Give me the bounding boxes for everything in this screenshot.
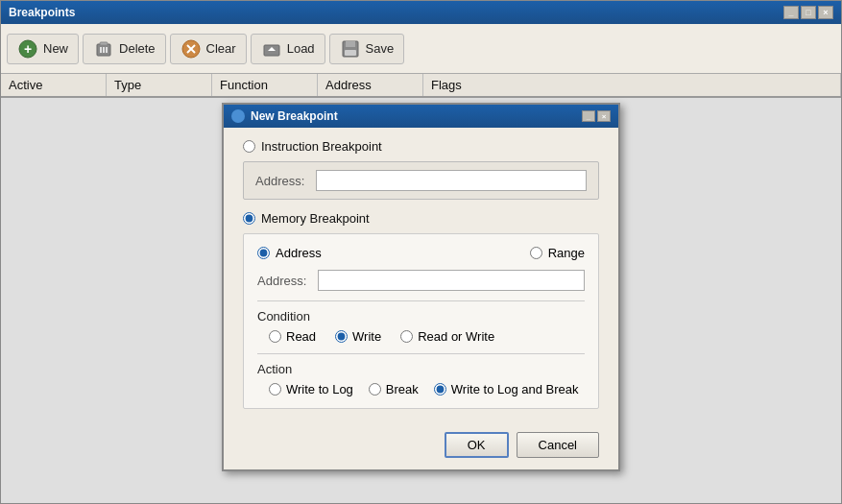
dialog-close-button[interactable]: × xyxy=(597,110,611,122)
address-range-row: Address Range xyxy=(257,246,585,260)
load-icon xyxy=(261,38,282,60)
delete-icon xyxy=(93,38,114,60)
new-label: New xyxy=(43,41,68,56)
delete-label: Delete xyxy=(119,41,156,56)
write-to-log-label[interactable]: Write to Log xyxy=(286,382,353,396)
minimize-button[interactable]: _ xyxy=(783,6,799,19)
ok-button[interactable]: OK xyxy=(445,432,509,458)
new-breakpoint-dialog: New Breakpoint _ × Instruction Breakpoin… xyxy=(222,103,620,471)
dialog-body: Instruction Breakpoint Address: Memory B… xyxy=(224,128,618,424)
write-to-log-option: Write to Log xyxy=(269,382,353,396)
load-label: Load xyxy=(287,41,315,56)
dialog-title-bar: New Breakpoint _ × xyxy=(224,105,618,128)
instruction-address-section: Address: xyxy=(243,161,599,200)
memory-address-row: Address: xyxy=(257,270,585,291)
save-label: Save xyxy=(366,41,395,56)
break-label[interactable]: Break xyxy=(386,382,419,396)
col-address: Address xyxy=(318,74,423,96)
divider-1 xyxy=(257,300,585,301)
save-icon xyxy=(340,38,361,60)
maximize-button[interactable]: □ xyxy=(801,6,816,19)
write-to-log-and-break-option: Write to Log and Break xyxy=(434,382,579,396)
read-or-write-label[interactable]: Read or Write xyxy=(418,329,494,344)
close-button[interactable]: × xyxy=(818,6,833,19)
content-area: New Breakpoint _ × Instruction Breakpoin… xyxy=(1,98,841,503)
read-or-write-radio[interactable] xyxy=(400,330,413,343)
window-title: Breakpoints xyxy=(9,6,75,19)
write-to-log-and-break-label[interactable]: Write to Log and Break xyxy=(451,382,579,396)
clear-button[interactable]: Clear xyxy=(170,34,247,64)
memory-breakpoint-radio[interactable] xyxy=(243,212,255,225)
range-radio-label[interactable]: Range xyxy=(548,246,585,260)
dialog-app-icon xyxy=(231,109,245,123)
memory-address-label: Address: xyxy=(257,274,310,288)
write-radio[interactable] xyxy=(335,330,348,343)
memory-address-input[interactable] xyxy=(318,270,585,291)
dialog-minimize-button[interactable]: _ xyxy=(582,110,595,122)
svg-rect-14 xyxy=(345,50,356,56)
action-label: Action xyxy=(257,362,585,376)
clear-icon xyxy=(180,38,202,60)
write-to-log-and-break-radio[interactable] xyxy=(434,383,446,396)
memory-section: Address Range Address: xyxy=(243,233,599,409)
new-button[interactable]: + New xyxy=(7,34,79,64)
delete-button[interactable]: Delete xyxy=(83,34,166,64)
new-icon: + xyxy=(17,38,38,60)
write-option: Write xyxy=(335,329,381,344)
instruction-address-label: Address: xyxy=(255,174,308,188)
modal-overlay: New Breakpoint _ × Instruction Breakpoin… xyxy=(1,98,841,503)
clear-label: Clear xyxy=(206,41,236,56)
load-button[interactable]: Load xyxy=(251,34,325,64)
range-option: Range xyxy=(530,246,585,260)
dialog-title-text: New Breakpoint xyxy=(251,109,338,123)
instruction-breakpoint-label[interactable]: Instruction Breakpoint xyxy=(261,139,382,154)
dialog-footer: OK Cancel xyxy=(224,424,618,469)
instruction-address-row: Address: xyxy=(255,170,587,191)
svg-rect-3 xyxy=(100,42,108,45)
memory-breakpoint-row: Memory Breakpoint xyxy=(243,211,599,226)
address-radio[interactable] xyxy=(257,247,270,259)
svg-rect-13 xyxy=(346,41,355,47)
dialog-title-left: New Breakpoint xyxy=(231,109,338,123)
address-radio-label[interactable]: Address xyxy=(276,246,322,260)
break-option: Break xyxy=(369,382,419,396)
title-bar: Breakpoints _ □ × xyxy=(1,1,841,24)
memory-breakpoint-label[interactable]: Memory Breakpoint xyxy=(261,211,370,226)
title-bar-buttons: _ □ × xyxy=(783,6,833,19)
instruction-breakpoint-row: Instruction Breakpoint xyxy=(243,139,599,154)
address-option: Address xyxy=(257,246,522,260)
svg-text:+: + xyxy=(24,41,32,57)
condition-label: Condition xyxy=(257,309,585,324)
condition-radio-group: Read Write Read or Write xyxy=(257,329,585,344)
toolbar: + New Delete xyxy=(1,24,841,74)
instruction-address-input[interactable] xyxy=(316,170,587,191)
col-function: Function xyxy=(212,74,318,96)
col-type: Type xyxy=(107,74,212,96)
instruction-breakpoint-radio[interactable] xyxy=(243,140,255,153)
range-radio[interactable] xyxy=(530,247,542,259)
col-flags: Flags xyxy=(423,74,841,96)
action-radio-group: Write to Log Break Write to Log and Brea… xyxy=(257,382,585,396)
read-or-write-option: Read or Write xyxy=(400,329,494,344)
read-radio[interactable] xyxy=(269,330,281,343)
read-option: Read xyxy=(269,329,316,344)
column-headers: Active Type Function Address Flags xyxy=(1,74,841,98)
main-window: Breakpoints _ □ × + New xyxy=(0,0,842,504)
cancel-button[interactable]: Cancel xyxy=(517,432,599,458)
break-radio[interactable] xyxy=(369,383,381,396)
write-label[interactable]: Write xyxy=(352,329,381,344)
divider-2 xyxy=(257,353,585,354)
col-active: Active xyxy=(1,74,107,96)
write-to-log-radio[interactable] xyxy=(269,383,281,396)
save-button[interactable]: Save xyxy=(329,34,405,64)
dialog-title-buttons: _ × xyxy=(582,110,611,122)
read-label[interactable]: Read xyxy=(286,329,316,344)
